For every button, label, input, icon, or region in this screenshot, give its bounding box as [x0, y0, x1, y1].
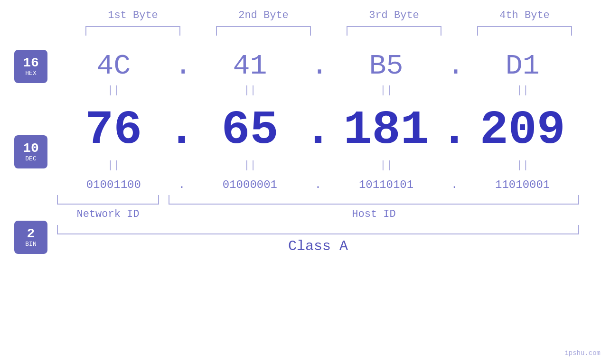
- hex-row: 4C . 41 . B5 . D1: [57, 50, 579, 82]
- dot-dec-3: .: [447, 103, 461, 157]
- byte-label-3: 3rd Byte: [342, 9, 446, 21]
- bin-byte-4: 11010001: [470, 178, 575, 191]
- dot-hex-3: .: [447, 50, 461, 82]
- class-bracket: [57, 225, 579, 234]
- top-brackets: [68, 26, 590, 36]
- main-container: 1st Byte 2nd Byte 3rd Byte 4th Byte 16 H…: [0, 0, 610, 364]
- dec-byte-2: 65: [197, 103, 302, 157]
- class-bracket-row: [57, 225, 579, 234]
- dec-byte-3: 181: [334, 103, 439, 157]
- dec-badge: 10 DEC: [14, 135, 47, 168]
- byte-labels-row: 1st Byte 2nd Byte 3rd Byte 4th Byte: [68, 9, 590, 21]
- content-area: 16 HEX 10 DEC 2 BIN 4C . 41: [0, 45, 610, 254]
- bin-badge: 2 BIN: [14, 221, 47, 254]
- hex-byte-2: 41: [197, 50, 302, 82]
- hex-badge: 16 HEX: [14, 50, 47, 83]
- bin-byte-3: 10110101: [334, 178, 439, 191]
- watermark: ipshu.com: [564, 349, 601, 357]
- bin-byte-1: 01001100: [61, 178, 166, 191]
- byte-label-1: 1st Byte: [81, 9, 185, 21]
- hex-byte-3: B5: [334, 50, 439, 82]
- network-id-label: Network ID: [57, 208, 159, 220]
- dot-dec-2: .: [311, 103, 325, 157]
- badges-column: 16 HEX 10 DEC 2 BIN: [0, 45, 57, 254]
- class-label: Class A: [288, 238, 348, 254]
- dot-dec-1: .: [175, 103, 189, 157]
- dec-byte-4: 209: [470, 103, 575, 157]
- byte-label-2: 2nd Byte: [211, 9, 316, 21]
- bracket-host: [169, 195, 579, 205]
- bracket-network: [57, 195, 159, 205]
- bottom-brackets: [57, 195, 579, 205]
- bracket-top-1: [85, 26, 180, 36]
- class-label-row: Class A: [57, 238, 579, 254]
- host-id-label: Host ID: [169, 208, 579, 220]
- equals-row-2: || || || ||: [57, 159, 579, 171]
- byte-label-4: 4th Byte: [472, 9, 577, 21]
- dec-byte-1: 76: [61, 103, 166, 157]
- hex-byte-4: D1: [470, 50, 575, 82]
- dot-bin-1: .: [175, 178, 189, 191]
- dot-bin-3: .: [447, 178, 461, 191]
- bracket-top-4: [477, 26, 572, 36]
- dec-row: 76 . 65 . 181 . 209: [57, 103, 579, 157]
- bracket-top-3: [347, 26, 441, 36]
- bracket-top-2: [216, 26, 311, 36]
- equals-row-1: || || || ||: [57, 84, 579, 96]
- bin-row: 01001100 . 01000001 . 10110101 . 1101000…: [57, 178, 579, 191]
- bin-byte-2: 01000001: [197, 178, 302, 191]
- hex-byte-1: 4C: [61, 50, 166, 82]
- id-labels: Network ID Host ID: [57, 208, 579, 220]
- dot-hex-1: .: [175, 50, 189, 82]
- values-wrapper: 4C . 41 . B5 . D1 || ||: [57, 45, 579, 254]
- dot-hex-2: .: [311, 50, 325, 82]
- dot-bin-2: .: [311, 178, 325, 191]
